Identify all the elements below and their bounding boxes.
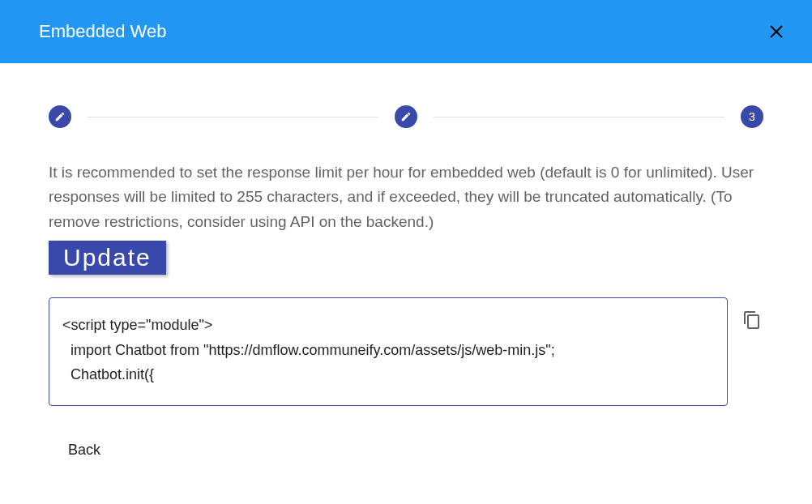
step-line-2 — [434, 117, 724, 117]
dialog-title: Embedded Web — [39, 21, 166, 42]
dialog-content: 3 It is recommended to set the response … — [0, 63, 812, 463]
dialog-header: Embedded Web — [0, 0, 812, 63]
copy-icon — [742, 310, 762, 330]
close-button[interactable] — [760, 15, 793, 48]
back-button[interactable]: Back — [62, 437, 107, 463]
close-icon — [767, 22, 786, 41]
code-textarea[interactable] — [62, 313, 714, 387]
pencil-icon — [400, 111, 412, 122]
update-button[interactable]: Update — [49, 241, 166, 275]
code-box — [49, 297, 728, 406]
copy-button[interactable] — [741, 309, 763, 334]
code-section — [49, 297, 763, 406]
pencil-icon — [54, 111, 66, 122]
step-1[interactable] — [49, 105, 71, 128]
step-line-1 — [88, 117, 378, 117]
step-number: 3 — [749, 110, 755, 123]
stepper: 3 — [49, 105, 763, 128]
step-2[interactable] — [395, 105, 417, 128]
description-text: It is recommended to set the response li… — [49, 160, 763, 234]
step-3[interactable]: 3 — [741, 105, 763, 128]
